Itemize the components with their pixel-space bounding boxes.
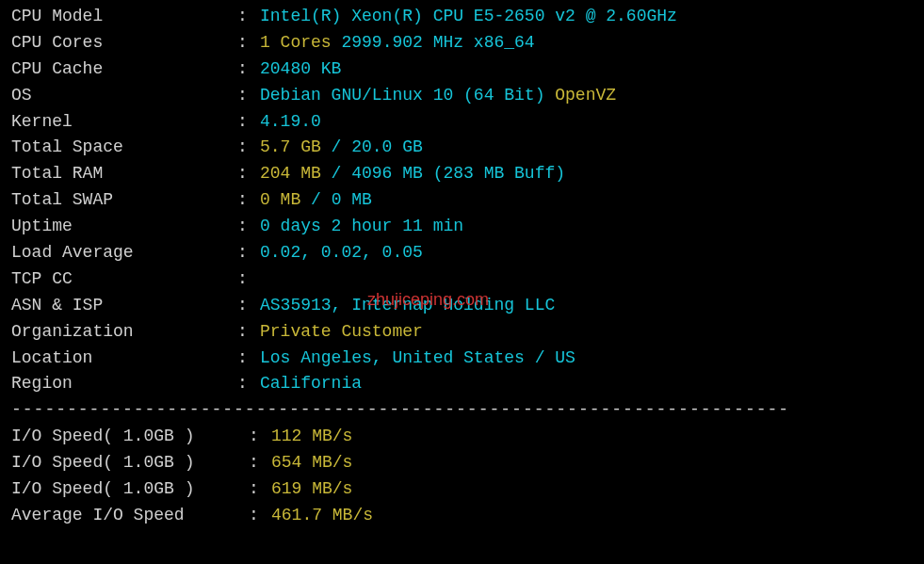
- colon: :: [237, 4, 260, 30]
- organization-value: Private Customer: [260, 319, 423, 346]
- load-avg-row: Load Average: 0.02, 0.02, 0.05: [11, 240, 913, 266]
- section-divider: ----------------------------------------…: [11, 397, 913, 424]
- uptime-value: 0 days 2 hour 11 min: [260, 214, 463, 240]
- location-label: Location: [11, 346, 237, 372]
- total-space-row: Total Space: 5.7 GB / 20.0 GB: [11, 135, 913, 161]
- io-average-label: Average I/O Speed: [11, 503, 249, 529]
- cpu-model-label: CPU Model: [11, 4, 237, 30]
- colon: :: [249, 450, 271, 476]
- io-average-row: Average I/O Speed: 461.7 MB/s: [11, 503, 913, 529]
- colon: :: [237, 56, 260, 83]
- kernel-value: 4.19.0: [260, 109, 321, 136]
- io-speed-row-2: I/O Speed( 1.0GB ): 654 MB/s: [11, 450, 913, 476]
- io-speed-label: I/O Speed( 1.0GB ): [11, 476, 249, 503]
- total-swap-total: 0 MB: [332, 187, 372, 214]
- watermark-text: zhujiceping.com: [367, 287, 489, 314]
- cpu-cache-value: 20480 KB: [260, 56, 341, 83]
- cpu-cores-row: CPU Cores: 1 Cores 2999.902 MHz x86_64: [11, 30, 913, 56]
- load-avg-value: 0.02, 0.02, 0.05: [260, 240, 423, 266]
- colon: :: [237, 109, 260, 136]
- colon: :: [237, 83, 260, 109]
- colon: :: [237, 371, 260, 397]
- cpu-cores-freq: [332, 30, 342, 56]
- cpu-cores-count: 1 Cores: [260, 30, 332, 56]
- total-ram-label: Total RAM: [11, 161, 237, 187]
- total-ram-buff: (283 MB Buff): [433, 161, 565, 187]
- location-row: Location: Los Angeles, United States / U…: [11, 346, 913, 372]
- cpu-model-value: Intel(R) Xeon(R) CPU E5-2650 v2 @ 2.60GH…: [260, 4, 677, 30]
- colon: :: [249, 424, 271, 450]
- organization-label: Organization: [11, 319, 237, 346]
- total-ram-total: 4096 MB: [351, 161, 423, 187]
- kernel-label: Kernel: [11, 109, 237, 136]
- uptime-row: Uptime: 0 days 2 hour 11 min: [11, 214, 913, 240]
- region-label: Region: [11, 371, 237, 397]
- io-speed-label: I/O Speed( 1.0GB ): [11, 424, 249, 450]
- total-swap-row: Total SWAP: 0 MB / 0 MB: [11, 187, 913, 214]
- os-row: OS: Debian GNU/Linux 10 (64 Bit) OpenVZ: [11, 83, 913, 109]
- cpu-cores-freq-val: 2999.902 MHz x86_64: [341, 30, 534, 56]
- os-virt: OpenVZ: [555, 83, 616, 109]
- os-name: Debian GNU/Linux 10 (64 Bit): [260, 83, 544, 109]
- location-value: Los Angeles, United States / US: [260, 346, 575, 372]
- total-space-used: 5.7 GB: [260, 135, 321, 161]
- colon: :: [237, 266, 260, 293]
- io-speed-label: I/O Speed( 1.0GB ): [11, 450, 249, 476]
- load-avg-label: Load Average: [11, 240, 237, 266]
- io-speed-value: 619 MB/s: [271, 476, 352, 503]
- io-speed-row-3: I/O Speed( 1.0GB ): 619 MB/s: [11, 476, 913, 503]
- colon: :: [237, 161, 260, 187]
- io-speed-row-1: I/O Speed( 1.0GB ): 112 MB/s: [11, 424, 913, 450]
- colon: :: [249, 476, 271, 503]
- colon: :: [249, 503, 271, 529]
- total-space-label: Total Space: [11, 135, 237, 161]
- cpu-model-row: CPU Model: Intel(R) Xeon(R) CPU E5-2650 …: [11, 4, 913, 30]
- colon: :: [237, 187, 260, 214]
- colon: :: [237, 319, 260, 346]
- region-row: Region: California: [11, 371, 913, 397]
- total-space-total: 20.0 GB: [351, 135, 423, 161]
- colon: :: [237, 135, 260, 161]
- cpu-cores-label: CPU Cores: [11, 30, 237, 56]
- total-swap-used: 0 MB: [260, 187, 300, 214]
- colon: :: [237, 30, 260, 56]
- asn-isp-label: ASN & ISP: [11, 293, 237, 319]
- tcp-cc-label: TCP CC: [11, 266, 237, 293]
- io-average-value: 461.7 MB/s: [271, 503, 373, 529]
- uptime-label: Uptime: [11, 214, 237, 240]
- colon: :: [237, 346, 260, 372]
- colon: :: [237, 240, 260, 266]
- cpu-cache-label: CPU Cache: [11, 56, 237, 83]
- total-ram-used: 204 MB: [260, 161, 321, 187]
- organization-row: Organization: Private Customer: [11, 319, 913, 346]
- io-speed-value: 112 MB/s: [271, 424, 352, 450]
- region-value: California: [260, 371, 362, 397]
- total-swap-label: Total SWAP: [11, 187, 237, 214]
- os-label: OS: [11, 83, 237, 109]
- total-ram-row: Total RAM: 204 MB / 4096 MB (283 MB Buff…: [11, 161, 913, 187]
- colon: :: [237, 214, 260, 240]
- kernel-row: Kernel: 4.19.0: [11, 109, 913, 136]
- io-speed-value: 654 MB/s: [271, 450, 352, 476]
- colon: :: [237, 293, 260, 319]
- cpu-cache-row: CPU Cache: 20480 KB: [11, 56, 913, 83]
